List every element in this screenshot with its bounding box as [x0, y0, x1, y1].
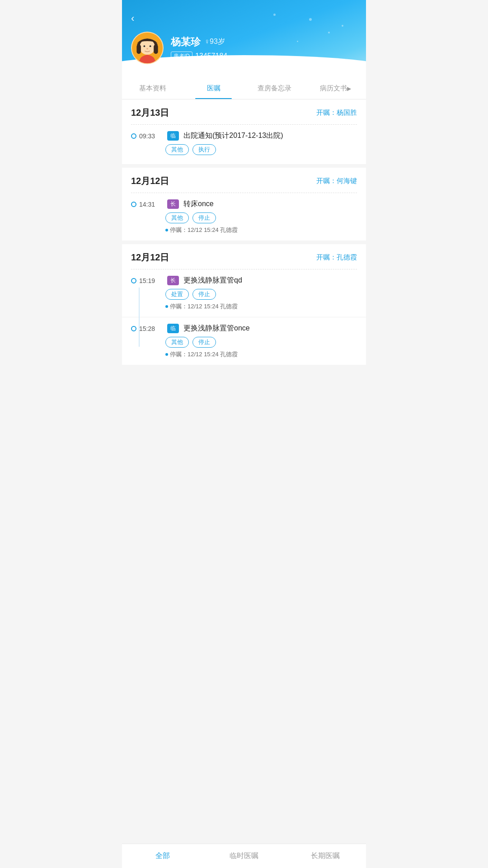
- dot-0-0: [131, 133, 136, 139]
- date-header-2: 12月12日 开嘱：孔德霞: [122, 244, 366, 269]
- order-item-0-0[interactable]: 09:33 临 出院通知(预计2017-12-13出院) 其他 执行: [122, 125, 366, 164]
- tab-orders[interactable]: 医嘱: [183, 78, 244, 99]
- type-badge-0-0: 临: [167, 131, 179, 141]
- stop-dot-2-1: [165, 353, 168, 356]
- header: ‹: [122, 0, 366, 78]
- date-label-1: 12月12日: [131, 175, 169, 187]
- time-2-0: 15:19: [139, 277, 155, 284]
- time-dot-2-0: 15:19: [131, 277, 163, 284]
- patient-id-badge: 患者ID: [171, 52, 192, 61]
- order-title-2-1: 更换浅静脉置管once: [183, 324, 357, 333]
- date-label-0: 12月13日: [131, 107, 169, 119]
- dot-2-0: [131, 278, 136, 283]
- svg-rect-4: [154, 44, 158, 54]
- main-content: 12月13日 开嘱：杨国胜 09:33 临 出院通知(预计2017-12-13出…: [122, 99, 366, 396]
- stop-dot-1-0: [165, 229, 168, 231]
- time-dot-0-0: 09:33: [131, 132, 163, 140]
- tag-0-0-1: 执行: [192, 144, 216, 155]
- date-header-0: 12月13日 开嘱：杨国胜: [122, 99, 366, 124]
- svg-point-2: [140, 39, 155, 55]
- tag-2-1-0: 其他: [165, 337, 189, 348]
- stop-dot-2-0: [165, 305, 168, 308]
- order-title-2-0: 更换浅静脉置管qd: [183, 276, 357, 285]
- patient-id-number: 13457184: [195, 52, 227, 60]
- order-group-2: 15:19 长 更换浅静脉置管qd 处置 停止 停嘱：12/12 15:24 孔…: [122, 269, 366, 365]
- type-badge-2-0: 长: [167, 276, 179, 285]
- dot-2-1: [131, 326, 136, 331]
- tab-records[interactable]: 病历文书▶: [305, 78, 366, 99]
- time-dot-1-0: 14:31: [131, 201, 163, 208]
- order-group-1: 14:31 长 转床once 其他 停止 停嘱：12/12 15:24 孔德霞: [122, 193, 366, 241]
- tags-row-2-0: 处置 停止: [165, 289, 357, 300]
- svg-point-7: [146, 48, 148, 49]
- time-1-0: 14:31: [139, 201, 155, 208]
- back-button[interactable]: ‹: [131, 13, 134, 24]
- tags-row-1-0: 其他 停止: [165, 212, 357, 223]
- svg-point-6: [150, 45, 151, 47]
- doctor-label-0: 开嘱：杨国胜: [316, 108, 357, 117]
- tag-2-0-1: 停止: [192, 289, 216, 300]
- tag-1-0-1: 停止: [192, 212, 216, 223]
- avatar: [131, 32, 164, 64]
- date-section-0: 12月13日 开嘱：杨国胜 09:33 临 出院通知(预计2017-12-13出…: [122, 99, 366, 164]
- time-2-1: 15:28: [139, 325, 155, 332]
- tag-2-0-0: 处置: [165, 289, 189, 300]
- type-badge-1-0: 长: [167, 199, 179, 209]
- date-section-1: 12月12日 开嘱：何海键 14:31 长 转床once 其他 停止: [122, 168, 366, 241]
- stop-info-2-0: 停嘱：12/12 15:24 孔德霞: [165, 302, 357, 311]
- tag-2-1-1: 停止: [192, 337, 216, 348]
- patient-info: 杨某珍 ♀93岁 患者ID 13457184: [131, 32, 357, 78]
- type-badge-2-1: 临: [167, 324, 179, 333]
- tag-1-0-0: 其他: [165, 212, 189, 223]
- patient-details: 杨某珍 ♀93岁 患者ID 13457184: [171, 35, 227, 61]
- doctor-label-1: 开嘱：何海键: [316, 177, 357, 185]
- patient-name: 杨某珍: [171, 35, 201, 49]
- stop-info-2-1: 停嘱：12/12 15:24 孔德霞: [165, 350, 357, 359]
- svg-rect-3: [136, 44, 141, 54]
- order-group-0: 09:33 临 出院通知(预计2017-12-13出院) 其他 执行: [122, 125, 366, 164]
- tab-rounds[interactable]: 查房备忘录: [244, 78, 305, 99]
- order-title-0-0: 出院通知(预计2017-12-13出院): [183, 131, 357, 141]
- tab-bar: 基本资料 医嘱 查房备忘录 病历文书▶: [122, 78, 366, 99]
- time-dot-2-1: 15:28: [131, 325, 163, 332]
- date-header-1: 12月12日 开嘱：何海键: [122, 168, 366, 193]
- patient-gender-age: ♀93岁: [204, 37, 225, 47]
- order-item-1-0[interactable]: 14:31 长 转床once 其他 停止 停嘱：12/12 15:24 孔德霞: [122, 193, 366, 241]
- tags-row-2-1: 其他 停止: [165, 337, 357, 348]
- order-item-2-0[interactable]: 15:19 长 更换浅静脉置管qd 处置 停止 停嘱：12/12 15:24 孔…: [122, 269, 366, 317]
- tag-0-0-0: 其他: [165, 144, 189, 155]
- order-item-2-1[interactable]: 15:28 临 更换浅静脉置管once 其他 停止 停嘱：12/12 15:24…: [122, 317, 366, 365]
- date-label-2: 12月12日: [131, 251, 169, 264]
- doctor-label-2: 开嘱：孔德霞: [316, 253, 357, 262]
- svg-point-5: [144, 45, 145, 47]
- time-0-0: 09:33: [139, 132, 155, 140]
- tags-row-0-0: 其他 执行: [165, 144, 357, 155]
- timeline-line-2: [139, 288, 140, 347]
- tab-records-arrow: ▶: [347, 85, 351, 92]
- stop-info-1-0: 停嘱：12/12 15:24 孔德霞: [165, 226, 357, 234]
- order-title-1-0: 转床once: [183, 199, 357, 209]
- tab-basic[interactable]: 基本资料: [122, 78, 183, 99]
- dot-1-0: [131, 202, 136, 207]
- date-section-2: 12月12日 开嘱：孔德霞 15:19 长 更换浅静脉置管qd 处置: [122, 244, 366, 365]
